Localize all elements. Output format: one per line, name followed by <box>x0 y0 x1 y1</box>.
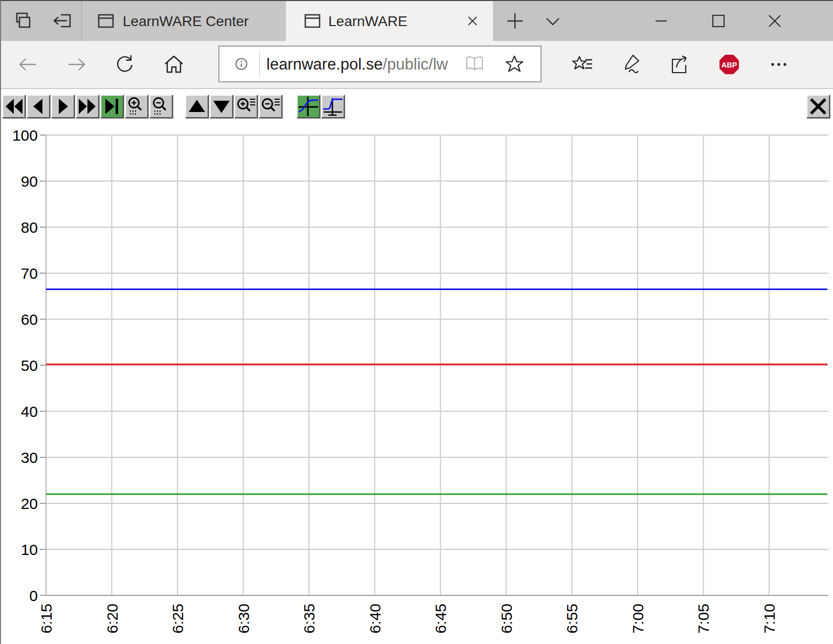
url-domain: learnware.pol.se <box>266 55 382 73</box>
tab-close-icon[interactable] <box>465 13 480 29</box>
y-tick-label: 90 <box>21 173 38 190</box>
share-icon[interactable] <box>668 53 691 76</box>
x-tick-label: 6:40 <box>367 604 384 633</box>
adblock-icon[interactable]: ABP <box>718 53 740 76</box>
y-tick-label: 30 <box>21 449 38 466</box>
url-path: /public/lw <box>382 55 448 73</box>
info-icon[interactable] <box>231 53 252 75</box>
x-tick-label: 7:00 <box>629 604 646 633</box>
browser-window: LearnWARE Center LearnWARE <box>0 0 833 644</box>
y-tick-label: 0 <box>29 587 38 604</box>
scroll-down-button[interactable] <box>210 95 233 118</box>
close-trend-button[interactable] <box>806 95 830 118</box>
url-text[interactable]: learnware.pol.se/public/lw <box>266 55 448 74</box>
y-tick-label: 60 <box>21 311 38 328</box>
web-note-icon[interactable] <box>619 53 641 76</box>
y-tick-label: 70 <box>21 265 38 282</box>
x-tick-label: 6:45 <box>432 604 449 633</box>
y-tick-label: 50 <box>21 357 38 374</box>
zoom-in-value-button[interactable] <box>234 95 258 118</box>
x-tick-label: 6:55 <box>564 604 580 633</box>
tab-preview-icon[interactable] <box>13 10 35 32</box>
tab-learnware[interactable]: LearnWARE <box>286 1 493 41</box>
y-tick-label: 80 <box>21 219 38 236</box>
step-back-button[interactable] <box>27 95 50 118</box>
tab-title: LearnWARE <box>328 13 408 30</box>
scroll-up-button[interactable] <box>185 95 209 118</box>
refresh-icon[interactable] <box>114 53 136 76</box>
y-tick-label: 100 <box>12 127 38 144</box>
x-tick-label: 6:30 <box>235 604 252 633</box>
minimize-button[interactable] <box>651 11 671 31</box>
address-bar[interactable]: learnware.pol.se/public/lw <box>218 46 542 82</box>
x-tick-label: 6:15 <box>38 604 55 633</box>
tab-bar: LearnWARE Center LearnWARE <box>1 1 833 41</box>
y-tick-label: 40 <box>21 403 38 420</box>
y-tick-label: 20 <box>21 495 38 512</box>
trend-chart-svg[interactable]: 01020304050607080901006:156:206:256:306:… <box>1 119 833 644</box>
chart-toolbar <box>1 89 833 119</box>
step-forward-button[interactable] <box>51 95 75 118</box>
x-tick-label: 6:35 <box>301 604 318 633</box>
zoom-in-time-button[interactable] <box>125 95 148 118</box>
x-tick-label: 6:20 <box>104 604 121 633</box>
address-separator <box>259 52 260 76</box>
step-back-fast-button[interactable] <box>2 95 26 118</box>
zoom-out-value-button[interactable] <box>259 95 282 118</box>
back-icon[interactable] <box>16 53 39 76</box>
x-tick-label: 7:05 <box>695 604 712 633</box>
trend-cursor-button[interactable] <box>297 95 320 118</box>
tab-title: LearnWARE Center <box>123 13 249 30</box>
new-tab-button[interactable] <box>504 10 526 32</box>
browser-toolbar: learnware.pol.se/public/lw <box>1 41 833 89</box>
curve-style-button[interactable] <box>321 95 345 118</box>
book-icon[interactable] <box>464 54 485 75</box>
page-icon <box>303 11 322 31</box>
more-icon[interactable] <box>768 53 790 76</box>
forward-icon[interactable] <box>65 53 88 76</box>
tab-learnware-center[interactable]: LearnWARE Center <box>82 1 286 41</box>
jump-to-latest-button[interactable] <box>100 95 124 118</box>
trend-chart[interactable]: 01020304050607080901006:156:206:256:306:… <box>1 119 833 644</box>
zoom-out-time-button[interactable] <box>149 95 173 118</box>
x-tick-label: 7:10 <box>761 604 778 633</box>
home-icon[interactable] <box>163 53 185 76</box>
set-tabs-aside-icon[interactable] <box>51 10 74 32</box>
page-icon <box>96 11 116 31</box>
adblock-badge-text: ABP <box>722 61 737 69</box>
window-close-button[interactable] <box>765 11 784 31</box>
y-tick-label: 10 <box>21 541 38 558</box>
favorites-hub-icon[interactable] <box>571 53 594 76</box>
x-tick-label: 6:50 <box>498 604 515 633</box>
star-icon[interactable] <box>504 54 525 75</box>
step-forward-fast-button[interactable] <box>76 95 99 118</box>
chevron-down-icon[interactable] <box>542 10 564 32</box>
x-tick-label: 6:25 <box>169 604 186 633</box>
maximize-button[interactable] <box>709 11 728 31</box>
